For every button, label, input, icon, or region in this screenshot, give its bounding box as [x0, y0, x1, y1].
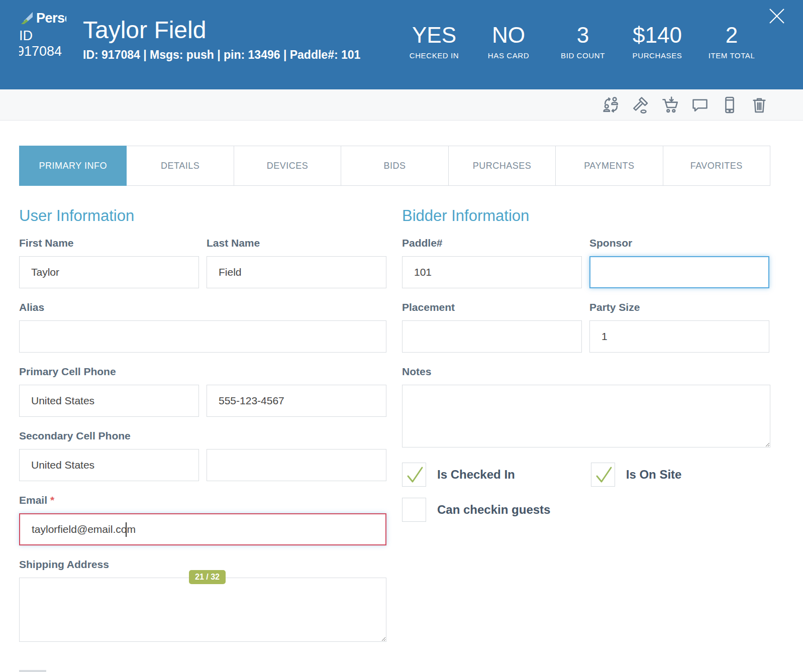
party-size-label: Party Size	[589, 301, 769, 313]
placement-label: Placement	[402, 301, 582, 313]
close-icon[interactable]	[765, 4, 789, 28]
notes-label: Notes	[402, 366, 770, 378]
stat-purchases: $140 PURCHASES	[631, 23, 683, 60]
tab-primary-info[interactable]: PRIMARY INFO	[19, 146, 127, 186]
brand-logo-icon	[19, 10, 35, 26]
is-checked-in-checkbox[interactable]	[402, 463, 426, 487]
primary-cell-phone-label: Primary Cell Phone	[19, 366, 386, 378]
avatar-id-value: 917084	[19, 44, 66, 59]
tab-favorites[interactable]: FAVORITES	[663, 146, 770, 186]
placement-field[interactable]	[402, 320, 582, 353]
notes-field[interactable]	[402, 385, 770, 447]
tab-payments[interactable]: PAYMENTS	[555, 146, 663, 186]
stat-item-total: 2 ITEM TOTAL	[706, 23, 758, 60]
checkbox-is-checked-in[interactable]: Is Checked In	[402, 463, 515, 487]
header-stats: YES CHECKED IN NO HAS CARD 3 BID COUNT $…	[408, 23, 758, 60]
stat-has-card: NO HAS CARD	[482, 23, 535, 60]
partially-visible-element	[19, 670, 46, 672]
paddle-label: Paddle#	[402, 237, 582, 249]
secondary-cell-country-select[interactable]	[19, 449, 199, 481]
can-checkin-guests-checkbox[interactable]	[402, 498, 426, 522]
avatar: Person ID 917084	[19, 10, 66, 60]
shipping-address-label: Shipping Address	[19, 558, 386, 571]
tab-bar: PRIMARY INFO DETAILS DEVICES BIDS PURCHA…	[19, 146, 770, 186]
chat-icon[interactable]	[690, 95, 710, 115]
mobile-phone-icon[interactable]	[720, 95, 739, 115]
bidder-profile-dialog: Person ID 917084 Taylor Field ID: 917084…	[0, 0, 803, 672]
tab-purchases[interactable]: PURCHASES	[448, 146, 556, 186]
user-information-section: User Information First Name Last Name Al…	[19, 186, 386, 642]
checkbox-is-on-site[interactable]: Is On Site	[591, 463, 682, 487]
last-name-field[interactable]	[207, 256, 386, 288]
stat-bid-count: 3 BID COUNT	[557, 23, 609, 60]
shipping-address-field[interactable]	[19, 578, 386, 642]
party-size-field[interactable]	[589, 320, 769, 353]
first-name-field[interactable]	[19, 256, 199, 288]
email-label: Email*	[19, 494, 386, 506]
alias-label: Alias	[19, 301, 386, 313]
trash-icon[interactable]	[750, 95, 769, 115]
required-asterisk: *	[50, 494, 54, 506]
tab-details[interactable]: DETAILS	[126, 146, 234, 186]
page-title: Taylor Field	[83, 16, 360, 44]
swap-users-icon[interactable]	[601, 95, 621, 115]
checkbox-can-checkin-guests[interactable]: Can checkin guests	[402, 498, 550, 522]
char-count-badge: 21 / 32	[189, 570, 226, 584]
text-caret	[126, 522, 127, 537]
action-toolbar	[0, 89, 803, 121]
sponsor-label: Sponsor	[589, 237, 769, 249]
tab-devices[interactable]: DEVICES	[234, 146, 341, 186]
is-on-site-checkbox[interactable]	[591, 463, 615, 487]
last-name-label: Last Name	[207, 237, 386, 249]
cart-download-icon[interactable]	[661, 95, 680, 115]
tab-bids[interactable]: BIDS	[341, 146, 448, 186]
stat-checked-in: YES CHECKED IN	[408, 23, 460, 60]
bidder-information-section: Bidder Information Paddle# Sponsor Place…	[402, 186, 770, 642]
secondary-cell-number-field[interactable]	[207, 449, 386, 481]
user-meta-line: ID: 917084 | Msgs: push | pin: 13496 | P…	[83, 48, 360, 62]
bidder-information-title: Bidder Information	[402, 207, 770, 225]
user-information-title: User Information	[19, 207, 386, 225]
page-header: Person ID 917084 Taylor Field ID: 917084…	[0, 0, 803, 89]
paddle-field[interactable]	[402, 256, 582, 288]
first-name-label: First Name	[19, 237, 199, 249]
alias-field[interactable]	[19, 320, 386, 353]
avatar-brand-text: Person	[36, 11, 66, 26]
sponsor-field[interactable]	[589, 256, 769, 288]
secondary-cell-phone-label: Secondary Cell Phone	[19, 430, 386, 442]
avatar-id-label: ID	[19, 28, 66, 44]
gavel-icon[interactable]	[631, 95, 650, 115]
primary-cell-country-select[interactable]	[19, 385, 199, 417]
primary-cell-number-field[interactable]	[207, 385, 386, 417]
email-field[interactable]	[19, 513, 386, 545]
